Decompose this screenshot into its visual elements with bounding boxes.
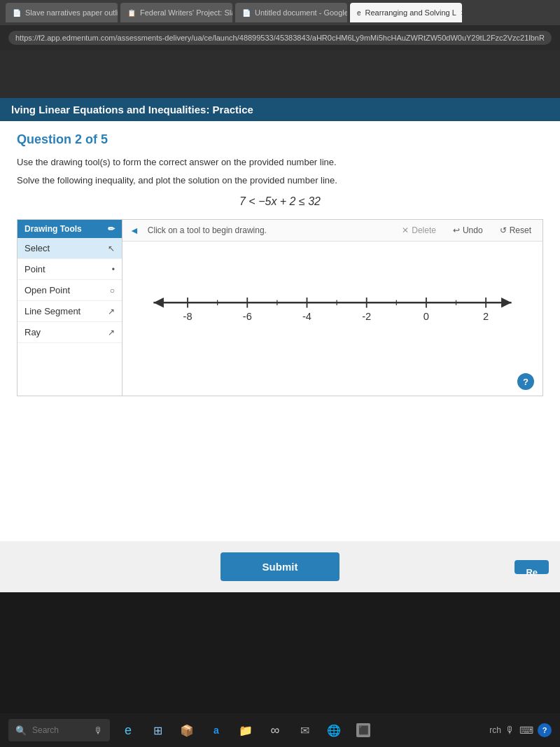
tab-icon-1: 📄 [13,9,21,17]
tab-rearranging[interactable]: e Rearranging and Solving L ✕ [350,3,462,22]
tab-close-4[interactable]: ✕ [461,9,462,17]
reset-button[interactable]: ↺ Reset [496,224,536,237]
svg-marker-1 [153,298,164,308]
taskbar-edge-icon[interactable]: e [117,719,139,741]
delete-label: Delete [412,225,436,235]
left-arrow-icon: ◄ [130,225,139,236]
tab-icon-3: 📄 [242,9,251,17]
taskbar-dropbox-icon[interactable]: 📦 [176,719,198,741]
word-icon: a [214,725,219,736]
line-segment-icon: ↗ [108,307,115,316]
tab-icon-4: e [357,9,361,17]
infinity-icon: ∞ [271,723,280,738]
tool-open-point-label: Open Point [24,285,70,295]
svg-text:-6: -6 [243,311,252,322]
tool-point[interactable]: Point • [18,259,122,280]
page-title: lving Linear Equations and Inequalities:… [11,104,253,116]
tool-select[interactable]: Select ↖ [18,238,122,259]
tab-icon-2: 📋 [127,9,136,17]
svg-text:0: 0 [424,311,429,322]
canvas-hint: Click on a tool to begin drawing. [148,225,389,235]
page-header: lving Linear Equations and Inequalities:… [0,98,560,121]
chrome-icon: 🌐 [327,724,341,737]
question-container: Question 2 of 5 Use the drawing tool(s) … [0,121,560,541]
tab-federal-writers[interactable]: 📋 Federal Writers' Project: Slave ✕ [120,3,232,22]
svg-marker-2 [501,298,512,308]
taskbar-keyboard-icon: ⌨ [519,725,533,736]
taskbar-files-icon[interactable]: 📁 [234,719,257,741]
help-button[interactable]: ? [517,373,534,390]
taskbar-word-icon[interactable]: a [205,719,227,741]
number-line-svg: -8 -6 -4 [136,270,528,338]
pencil-icon: ✏ [108,224,115,234]
files-icon: 📁 [239,724,253,737]
point-icon: • [112,265,115,274]
reset-icon: ↺ [500,225,507,235]
edge-icon: e [125,723,132,738]
tab-label-2: Federal Writers' Project: Slave [140,8,232,17]
question-number: Question 2 of 5 [17,132,543,147]
instruction-2: Solve the following inequality, and plot… [17,174,543,188]
reset-label: Reset [510,225,531,235]
submit-area: Submit Re [0,541,560,592]
taskbar-help-icon: ? [538,723,552,737]
tab-untitled-doc[interactable]: 📄 Untitled document - Google D ✕ [235,3,347,22]
taskbar-app-icon[interactable]: ⬛ [352,719,374,741]
number-line-container[interactable]: -8 -6 -4 [122,242,542,368]
inequality-display: 7 < −5x + 2 ≤ 32 [17,195,543,208]
search-icon: 🔍 [15,725,27,736]
tab-label-4: Rearranging and Solving L [365,8,456,17]
svg-text:-4: -4 [302,311,312,322]
drawing-area: Drawing Tools ✏ Select ↖ Point • Open Po… [17,219,543,396]
tool-point-label: Point [24,264,46,274]
mail-icon: ✉ [300,724,309,737]
taskbar-mail-icon[interactable]: ✉ [293,719,316,741]
submit-button[interactable]: Submit [220,552,340,581]
tab-bar: 📄 Slave narratives paper outline ✕ 📋 Fed… [0,0,560,25]
taskbar-infinity-icon[interactable]: ∞ [264,719,286,741]
address-bar [0,25,560,50]
drawing-tools-title: Drawing Tools [24,224,82,234]
app-icon: ⬛ [356,723,370,737]
taskbar-search-input[interactable] [32,725,88,735]
taskbar-rch-label: rch [489,725,501,735]
tab-label-3: Untitled document - Google D [255,8,347,17]
tool-line-segment-label: Line Segment [24,306,80,316]
tool-line-segment[interactable]: Line Segment ↗ [18,301,122,322]
delete-icon: ✕ [402,225,409,235]
help-icon-container: ? [122,368,542,396]
windows-icon: ⊞ [153,724,162,737]
delete-button[interactable]: ✕ Delete [398,224,440,237]
taskbar-chrome-icon[interactable]: 🌐 [323,719,345,741]
dropbox-icon: 📦 [180,724,194,737]
drawing-tools-header: Drawing Tools ✏ [18,220,122,238]
svg-text:-8: -8 [183,311,192,322]
re-button[interactable]: Re [514,560,549,574]
undo-icon: ↩ [453,225,460,235]
tab-slave-narratives[interactable]: 📄 Slave narratives paper outline ✕ [6,3,118,22]
svg-text:2: 2 [483,311,489,322]
tool-ray[interactable]: Ray ↗ [18,322,122,343]
undo-button[interactable]: ↩ Undo [449,224,487,237]
tab-label-1: Slave narratives paper outline [25,8,118,17]
taskbar-windows-icon[interactable]: ⊞ [146,719,169,741]
canvas-area: ◄ Click on a tool to begin drawing. ✕ De… [122,220,542,396]
taskbar-search[interactable]: 🔍 🎙 [8,719,110,741]
undo-label: Undo [463,225,483,235]
instruction-1: Use the drawing tool(s) to form the corr… [17,155,543,169]
open-point-icon: ○ [110,286,115,295]
address-input[interactable] [8,31,552,45]
canvas-toolbar: ◄ Click on a tool to begin drawing. ✕ De… [122,220,542,242]
browser-chrome: 📄 Slave narratives paper outline ✕ 📋 Fed… [0,0,560,98]
mic-icon: 🎙 [94,725,103,736]
select-icon: ↖ [108,244,115,253]
ray-icon: ↗ [108,328,115,337]
tool-ray-label: Ray [24,327,41,337]
svg-text:-2: -2 [362,311,371,322]
tool-open-point[interactable]: Open Point ○ [18,280,122,301]
tool-select-label: Select [24,243,50,253]
taskbar: 🔍 🎙 e ⊞ 📦 a 📁 ∞ ✉ 🌐 ⬛ rch 🎙 ⌨ ? [0,713,560,747]
taskbar-mic-icon: 🎙 [505,725,515,736]
drawing-tools-panel: Drawing Tools ✏ Select ↖ Point • Open Po… [18,220,122,396]
